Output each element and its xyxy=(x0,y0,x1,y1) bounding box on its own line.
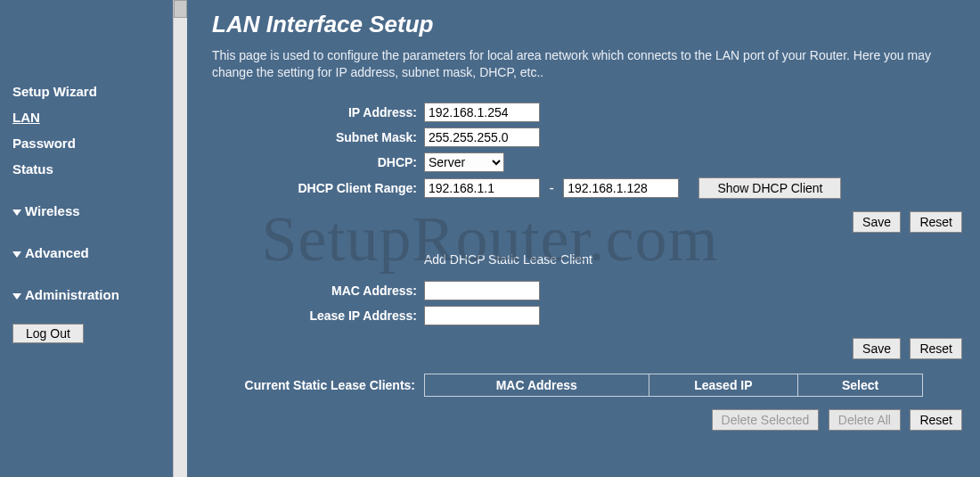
static-lease-buttons: Save Reset xyxy=(212,338,962,359)
lan-reset-button[interactable]: Reset xyxy=(910,211,962,233)
static-lease-section-title: Add DHCP Static Lease Client xyxy=(424,252,962,267)
lease-ip-input[interactable] xyxy=(424,306,540,325)
delete-all-button[interactable]: Delete All xyxy=(829,409,901,431)
nav-password[interactable]: Password xyxy=(12,130,175,156)
dhcp-range-from-input[interactable] xyxy=(424,178,540,198)
chevron-down-icon xyxy=(12,293,21,300)
app-layout: Setup Wizard LAN Password Status Wireles… xyxy=(0,0,980,477)
show-dhcp-client-button[interactable]: Show DHCP Client xyxy=(698,177,841,199)
nav-group-wireless-label: Wireless xyxy=(25,203,80,218)
subnet-mask-label: Subnet Mask: xyxy=(212,127,424,147)
lan-save-button[interactable]: Save xyxy=(853,211,901,233)
nav-setup-wizard[interactable]: Setup Wizard xyxy=(12,78,175,104)
nav-lan[interactable]: LAN xyxy=(12,104,175,130)
logout-button[interactable]: Log Out xyxy=(12,324,84,343)
lan-form-buttons: Save Reset xyxy=(212,211,962,233)
dhcp-range-to-input[interactable] xyxy=(563,178,679,198)
chevron-down-icon xyxy=(12,251,21,258)
current-clients-table: MAC Address Leased IP Select xyxy=(424,374,923,397)
nav-group-advanced-label: Advanced xyxy=(25,245,89,260)
current-clients-reset-button[interactable]: Reset xyxy=(910,409,962,431)
current-clients-row: Current Static Lease Clients: MAC Addres… xyxy=(212,374,962,397)
lease-ip-label: Lease IP Address: xyxy=(212,306,424,325)
sidebar: Setup Wizard LAN Password Status Wireles… xyxy=(0,0,187,477)
delete-selected-button[interactable]: Delete Selected xyxy=(712,409,820,431)
lan-form: IP Address: Subnet Mask: DHCP: Server xyxy=(212,97,962,204)
dhcp-range-label: DHCP Client Range: xyxy=(212,177,424,199)
dhcp-mode-select[interactable]: Server xyxy=(424,152,504,172)
nav-group-administration[interactable]: Administration xyxy=(12,282,175,308)
static-lease-reset-button[interactable]: Reset xyxy=(910,338,962,359)
static-lease-save-button[interactable]: Save xyxy=(853,338,901,359)
mac-address-input[interactable] xyxy=(424,281,540,300)
static-lease-form: Add DHCP Static Lease Client MAC Address… xyxy=(212,247,962,331)
col-select-header: Select xyxy=(798,374,923,396)
current-clients-buttons: Delete Selected Delete All Reset xyxy=(212,409,962,431)
mac-address-label: MAC Address: xyxy=(212,281,424,300)
sidebar-scrollbar-thumb[interactable] xyxy=(174,0,187,18)
ip-address-label: IP Address: xyxy=(212,103,424,122)
nav-group-administration-label: Administration xyxy=(25,287,119,302)
subnet-mask-input[interactable] xyxy=(424,127,540,147)
page-description: This page is used to configure the param… xyxy=(212,47,962,81)
nav-group-wireless[interactable]: Wireless xyxy=(12,198,175,224)
nav-group-advanced[interactable]: Advanced xyxy=(12,240,175,266)
page-title: LAN Interface Setup xyxy=(212,11,962,38)
sidebar-scrollbar[interactable] xyxy=(173,0,187,477)
chevron-down-icon xyxy=(12,210,21,216)
main-content: LAN Interface Setup This page is used to… xyxy=(187,0,980,477)
dhcp-range-separator: - xyxy=(543,180,559,195)
current-clients-label: Current Static Lease Clients: xyxy=(212,374,424,397)
nav-status[interactable]: Status xyxy=(12,156,175,182)
col-leased-ip-header: Leased IP xyxy=(649,374,798,396)
col-mac-header: MAC Address xyxy=(425,374,649,396)
ip-address-input[interactable] xyxy=(424,103,540,122)
dhcp-label: DHCP: xyxy=(212,152,424,172)
